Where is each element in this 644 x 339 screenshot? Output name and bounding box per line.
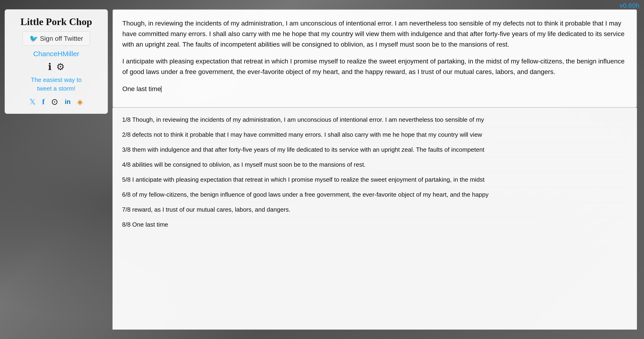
tweet-list-item: 7/8 reward, as I trust of our mutual car… bbox=[122, 202, 627, 217]
tweet-list-item: 8/8 One last time bbox=[122, 217, 627, 232]
tweet-list-item: 3/8 them with indulgence and that after … bbox=[122, 142, 627, 157]
tweet-list-item: 2/8 defects not to think it probable tha… bbox=[122, 127, 627, 142]
editor-paragraph-3: One last time bbox=[122, 84, 627, 94]
info-icon: ℹ bbox=[48, 61, 52, 72]
tweet-list: 1/8 Though, in reviewing the incidents o… bbox=[112, 108, 637, 330]
editor-box[interactable]: Though, in reviewing the incidents of my… bbox=[112, 9, 637, 108]
tweet-list-item: 6/8 of my fellow-citizens, the benign in… bbox=[122, 187, 627, 202]
facebook-social-link[interactable]: f bbox=[42, 97, 45, 106]
settings-button[interactable]: ⚙ bbox=[56, 62, 65, 71]
info-button[interactable]: ℹ bbox=[48, 62, 52, 71]
icon-row: ℹ ⚙ bbox=[48, 62, 65, 71]
github-social-link[interactable]: ⊙ bbox=[51, 97, 58, 107]
username-link[interactable]: ChanceHMiller bbox=[33, 50, 80, 58]
tagline-text: The easiest way totweet a storm! bbox=[31, 76, 82, 92]
editor-paragraph-1: Though, in reviewing the incidents of my… bbox=[122, 18, 627, 50]
tweet-list-item: 5/8 I anticipate with pleasing expectati… bbox=[122, 172, 627, 187]
sidebar-card: Little Pork Chop 🐦 Sign off Twitter Chan… bbox=[5, 9, 108, 114]
rss-social-link[interactable]: ◈ bbox=[77, 97, 83, 106]
text-cursor bbox=[161, 86, 162, 92]
tweet-list-item: 1/8 Though, in reviewing the incidents o… bbox=[122, 112, 627, 127]
editor-paragraph-2: I anticipate with pleasing expectation t… bbox=[122, 56, 627, 77]
main-area: Though, in reviewing the incidents of my… bbox=[112, 9, 637, 330]
app-title: Little Pork Chop bbox=[20, 16, 92, 27]
sign-off-label: Sign off Twitter bbox=[40, 35, 83, 42]
twitter-social-link[interactable]: 𝕏 bbox=[30, 97, 36, 106]
version-label: v0.60h bbox=[620, 2, 639, 9]
sign-off-button[interactable]: 🐦 Sign off Twitter bbox=[22, 31, 90, 46]
tagline: The easiest way totweet a storm! bbox=[31, 76, 82, 93]
main-layout: Little Pork Chop 🐦 Sign off Twitter Chan… bbox=[0, 0, 644, 339]
tweet-list-item: 4/8 abilities will be consigned to obliv… bbox=[122, 157, 627, 172]
gear-icon: ⚙ bbox=[56, 61, 65, 72]
linkedin-social-link[interactable]: in bbox=[65, 98, 70, 106]
social-links: 𝕏 f ⊙ in ◈ bbox=[30, 97, 83, 107]
twitter-bird-icon: 🐦 bbox=[29, 34, 38, 43]
